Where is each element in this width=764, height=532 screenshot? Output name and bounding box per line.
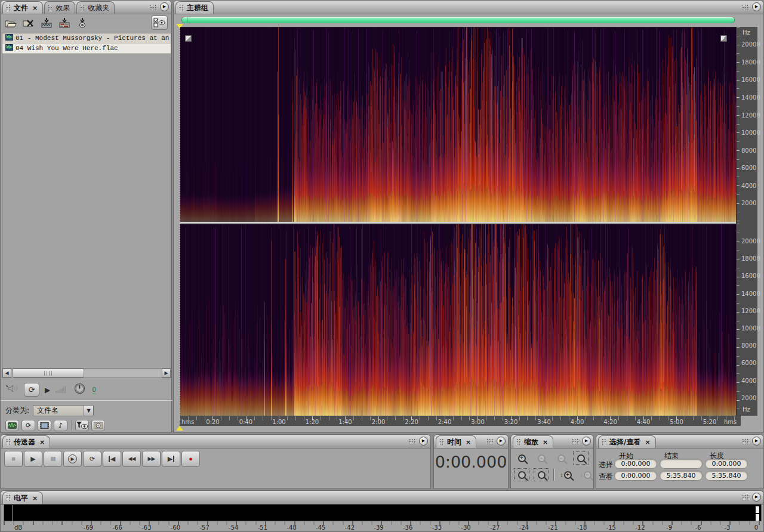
record-button[interactable]: ● [181,451,200,467]
file-list-item[interactable]: 04 Wish You Were Here.flac [2,44,171,54]
frequency-ruler[interactable]: Hz20000180001600014000120001000080006000… [736,27,757,416]
spectrogram-channel-right[interactable] [180,224,736,416]
tab-selection-view[interactable]: 选择/查看× [598,435,656,448]
db-tick-label: -66 [113,524,122,531]
row-label: 选择 [599,460,613,470]
spectral-display[interactable] [180,27,736,416]
show-cd-files-button[interactable] [91,420,105,431]
tab-transport[interactable]: 传送器× [2,435,50,448]
import-audio-button[interactable] [40,17,53,29]
chevron-down-icon[interactable]: ▼ [84,406,93,416]
volume-bars-icon[interactable] [56,384,69,395]
go-to-end-button[interactable]: ▶ [162,451,180,467]
zoom-out-full-button[interactable]: − [553,451,569,465]
playhead-marker-bottom[interactable] [176,426,183,431]
volume-knob[interactable] [74,383,85,397]
show-midi-files-button[interactable]: ♪ [54,420,67,431]
zoom-panel-menu[interactable]: ▶ [572,437,591,446]
close-file-button[interactable] [22,17,35,29]
stop-button[interactable]: ■ [4,451,23,467]
show-video-files-button[interactable] [38,420,51,431]
value-field[interactable]: 0:00.000 [614,471,657,481]
boundary-handle-right-icon[interactable] [720,35,727,42]
freq-tick-label: 2000 [741,395,756,401]
horizontal-range-scrollbar[interactable] [181,17,735,23]
zoom-out-vertical-button[interactable]: ↕− [578,468,593,481]
level-meter[interactable] [4,504,762,521]
import-session-button[interactable] [58,17,71,29]
tab-close-icon[interactable]: × [645,438,650,446]
tab-close-icon[interactable]: × [543,438,548,446]
zoom-to-selection-button[interactable] [573,451,589,465]
tab-close-icon[interactable]: × [466,438,471,446]
selection-view-panel-menu[interactable]: ▶ [742,437,761,446]
zoom-in-vertical-button[interactable]: ↕+ [558,468,574,481]
preview-volume-value[interactable]: 0 [92,386,96,394]
tab-zoom[interactable]: 缩放× [513,435,553,448]
play-from-cursor-button[interactable]: ▶ [63,451,82,467]
sort-label: 分类为: [5,406,29,416]
auto-play-icon[interactable] [5,384,19,395]
db-tick-label: -45 [316,524,325,531]
db-tick-label: -12 [635,524,645,531]
fast-forward-button[interactable]: ▶▶ [142,451,161,467]
play-button[interactable]: ▶ [24,451,42,467]
tab-files[interactable]: 文件× [2,1,43,14]
value-field[interactable]: 5:35.840 [705,471,748,481]
panel-grip-icon [572,438,580,444]
preview-play-button[interactable]: ▶ [45,386,50,394]
loop-play-button[interactable]: ⟳ [83,451,101,467]
tab-close-icon[interactable]: × [39,438,45,446]
timeline-ruler[interactable]: hmshms0:200:401:001:201:402:002:202:403:… [180,416,741,426]
show-options-button[interactable] [151,16,168,30]
time-panel-menu[interactable]: ▶ [486,437,506,446]
zoom-in-horizontal-button[interactable]: + [514,451,529,465]
zoom-selection-right-button[interactable] [534,468,549,481]
value-field[interactable]: 0:00.000 [705,459,748,469]
tab-time[interactable]: 时间× [436,435,476,448]
fast-forward-icon: ▶▶ [148,456,155,462]
tab-close-icon[interactable]: × [32,4,38,12]
scroll-left-icon[interactable]: ◀ [2,369,11,378]
sort-select[interactable]: 文件名 ▼ [33,405,94,416]
preview-loop-button[interactable]: ⟳ [24,383,39,397]
go-to-start-icon: ◀ [109,456,115,462]
levels-panel-menu[interactable]: ▶ [742,493,761,502]
tab-main-group[interactable]: 主群组 [175,1,214,14]
rewind-button[interactable]: ◀◀ [122,451,141,467]
magnifier-icon: − [557,454,565,462]
show-loop-files-button[interactable]: ⟳ [21,420,35,431]
tab-effects[interactable]: 效果 [44,1,75,14]
zoom-out-horizontal-button[interactable]: − [534,451,549,465]
transport-panel-menu[interactable]: ▶ [409,437,428,446]
files-panel-menu[interactable]: ▶ [150,2,169,11]
sort-row: 分类为: 文件名 ▼ [1,403,172,417]
filter-view-button[interactable] [75,420,89,431]
spectrogram-channel-left[interactable] [180,27,736,222]
scroll-right-icon[interactable]: ▶ [162,369,171,378]
clip-indicator-top[interactable] [756,506,759,513]
import-file-button[interactable] [4,17,17,29]
show-audio-files-button[interactable] [5,420,19,431]
tab-label: 电平 [14,493,28,503]
value-field[interactable]: 5:35.840 [660,471,703,481]
boundary-handle-left-icon[interactable] [185,35,192,42]
tab-close-icon[interactable]: × [32,494,38,502]
file-list-item[interactable]: 01 - Modest Mussorgsky - Pictures at an [2,33,171,44]
file-list[interactable]: 01 - Modest Mussorgsky - Pictures at an0… [2,33,171,368]
main-group-panel-menu[interactable]: ▶ [742,2,761,11]
zoom-selection-left-button[interactable] [514,468,529,481]
time-display[interactable]: 0:00.000 [434,453,508,471]
value-field[interactable] [660,459,703,469]
go-to-start-button[interactable]: ◀ [103,451,121,467]
scrollbar-thumb[interactable] [13,369,84,378]
import-session-icon [59,18,70,28]
audition-window: 文件×效果收藏夹▶ 01 - Modest Mussorgsky - Pictu… [0,0,764,532]
import-cd-button[interactable] [76,17,89,29]
tab-favorites[interactable]: 收藏夹 [76,1,115,14]
clip-indicator-bottom[interactable] [756,514,759,521]
value-field[interactable]: 0:00.000 [614,459,657,469]
files-horizontal-scrollbar[interactable]: ◀ ▶ [2,368,171,378]
tab-levels[interactable]: 电平× [2,491,43,504]
pause-button[interactable]: ▮▮ [44,451,62,467]
